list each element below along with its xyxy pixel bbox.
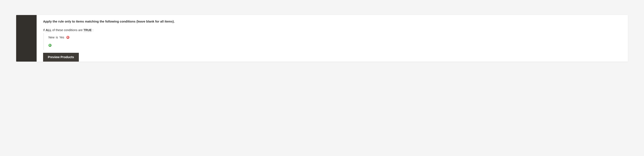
remove-condition-icon[interactable] <box>66 36 69 39</box>
aggregator-all-selector[interactable]: ALL <box>46 28 52 32</box>
condition-operator[interactable]: is <box>56 36 58 39</box>
preview-products-button[interactable]: Preview Products <box>43 53 79 62</box>
panel-sidebar <box>16 15 36 62</box>
panel-content: Apply the rule only to items matching th… <box>36 15 628 62</box>
rule-conditions-panel: Apply the rule only to items matching th… <box>16 15 628 62</box>
condition-row: New is Yes <box>48 35 622 40</box>
condition-aggregator-row: If ALL of these conditions are TRUE : <box>43 28 622 32</box>
aggregator-suffix: : <box>92 28 94 32</box>
aggregator-value-selector[interactable]: TRUE <box>84 28 92 32</box>
conditions-heading: Apply the rule only to items matching th… <box>43 20 622 23</box>
aggregator-prefix: If <box>43 28 45 32</box>
condition-attribute[interactable]: New <box>48 36 54 39</box>
condition-tree: New is Yes <box>44 33 622 50</box>
add-condition-row <box>48 42 622 49</box>
aggregator-mid: of these conditions are <box>52 28 83 32</box>
condition-value[interactable]: Yes <box>59 36 64 39</box>
add-condition-icon[interactable] <box>48 44 52 47</box>
